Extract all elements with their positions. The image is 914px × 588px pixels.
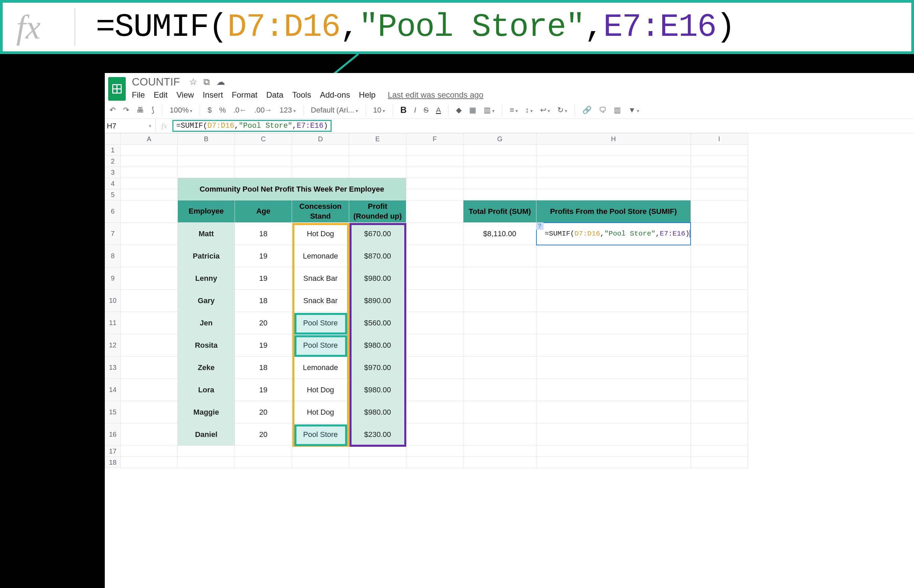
row-header[interactable]: 6: [105, 200, 121, 223]
cell[interactable]: Hot Dog: [292, 223, 349, 245]
cell[interactable]: Matt: [178, 223, 235, 245]
spreadsheet-grid[interactable]: A B C D E F G H I 1 2 3 4 Community Pool…: [105, 133, 748, 468]
row-header[interactable]: 13: [105, 357, 121, 379]
menu-tools[interactable]: Tools: [292, 90, 311, 100]
row-header[interactable]: 9: [105, 267, 121, 289]
cell[interactable]: Zeke: [178, 357, 235, 379]
cell[interactable]: Lemonade: [292, 357, 349, 379]
undo-button[interactable]: ↶: [108, 105, 117, 115]
print-button[interactable]: 🖶: [135, 105, 146, 115]
zoom-dropdown[interactable]: 100%: [168, 105, 194, 115]
strike-button[interactable]: S: [422, 105, 430, 115]
row-header[interactable]: 18: [105, 457, 121, 468]
wrap-button[interactable]: ↩: [539, 105, 551, 115]
row-header[interactable]: 15: [105, 401, 121, 423]
borders-button[interactable]: ▦: [468, 105, 477, 115]
col-header-I[interactable]: I: [691, 134, 748, 145]
currency-button[interactable]: $: [206, 105, 213, 115]
halign-button[interactable]: ≡: [508, 105, 519, 115]
cell[interactable]: 19: [235, 267, 292, 289]
cell[interactable]: $980.00: [349, 334, 406, 357]
sheet-area[interactable]: A B C D E F G H I 1 2 3 4 Community Pool…: [105, 133, 914, 588]
formula-help-icon[interactable]: ?: [536, 222, 544, 230]
cell[interactable]: 19: [235, 245, 292, 267]
cloud-icon[interactable]: ☁: [216, 77, 225, 87]
move-icon[interactable]: ⧉: [204, 77, 210, 87]
col-header-E[interactable]: E: [349, 134, 406, 145]
font-size-dropdown[interactable]: 10: [372, 105, 387, 115]
menu-data[interactable]: Data: [266, 90, 284, 100]
col-header-H[interactable]: H: [536, 134, 691, 145]
cell[interactable]: $230.00: [349, 423, 406, 446]
sumif-header[interactable]: Profits From the Pool Store (SUMIF): [536, 200, 691, 223]
row-header[interactable]: 1: [105, 145, 121, 156]
cell[interactable]: Snack Bar: [292, 289, 349, 312]
cell[interactable]: Pool Store: [292, 312, 349, 334]
cell[interactable]: Hot Dog: [292, 401, 349, 423]
formula-input[interactable]: =SUMIF(D7:D16,"Pool Store",E7:E16): [172, 120, 332, 132]
row-header[interactable]: 5: [105, 189, 121, 200]
table-header-profit[interactable]: Profit (Rounded up): [349, 200, 406, 223]
text-color-button[interactable]: A: [435, 105, 442, 115]
percent-button[interactable]: %: [218, 105, 227, 115]
paint-format-button[interactable]: ⟆: [150, 105, 156, 115]
row-header[interactable]: 16: [105, 423, 121, 446]
sum-header[interactable]: Total Profit (SUM): [463, 200, 536, 223]
valign-button[interactable]: ↕: [524, 105, 534, 115]
row-header[interactable]: 8: [105, 245, 121, 267]
cell[interactable]: Gary: [178, 289, 235, 312]
number-format-dropdown[interactable]: 123: [278, 105, 297, 115]
menu-addons[interactable]: Add-ons: [320, 90, 350, 100]
link-button[interactable]: 🔗: [581, 105, 593, 115]
row-header[interactable]: 2: [105, 156, 121, 167]
cell[interactable]: 19: [235, 334, 292, 357]
col-header-F[interactable]: F: [406, 134, 463, 145]
increase-decimal-button[interactable]: .00→: [253, 105, 273, 115]
select-all-corner[interactable]: [105, 134, 121, 145]
cell[interactable]: $980.00: [349, 379, 406, 401]
chart-button[interactable]: ▥: [613, 105, 622, 115]
cell[interactable]: 20: [235, 423, 292, 446]
last-edit-link[interactable]: Last edit was seconds ago: [388, 90, 484, 100]
menu-help[interactable]: Help: [359, 90, 375, 100]
col-header-B[interactable]: B: [178, 134, 235, 145]
row-header[interactable]: 4: [105, 178, 121, 189]
row-header[interactable]: 12: [105, 334, 121, 357]
col-header-A[interactable]: A: [121, 134, 178, 145]
table-header-age[interactable]: Age: [235, 200, 292, 223]
filter-button[interactable]: ▼: [627, 105, 641, 115]
sheets-icon[interactable]: [108, 77, 126, 101]
cell[interactable]: 19: [235, 379, 292, 401]
cell[interactable]: Patricia: [178, 245, 235, 267]
cell[interactable]: Lora: [178, 379, 235, 401]
cell[interactable]: Rosita: [178, 334, 235, 357]
cell[interactable]: $970.00: [349, 357, 406, 379]
row-header[interactable]: 3: [105, 167, 121, 178]
cell[interactable]: 20: [235, 401, 292, 423]
cell[interactable]: $560.00: [349, 312, 406, 334]
menu-edit[interactable]: Edit: [154, 90, 168, 100]
col-header-C[interactable]: C: [235, 134, 292, 145]
cell[interactable]: $870.00: [349, 245, 406, 267]
cell[interactable]: 20: [235, 312, 292, 334]
cell[interactable]: $890.00: [349, 289, 406, 312]
cell[interactable]: Lemonade: [292, 245, 349, 267]
cell[interactable]: $980.00: [349, 401, 406, 423]
cell[interactable]: Jen: [178, 312, 235, 334]
table-header-concession[interactable]: Concession Stand: [292, 200, 349, 223]
decrease-decimal-button[interactable]: .0←: [232, 105, 248, 115]
name-box[interactable]: H7 ▼: [105, 122, 155, 131]
redo-button[interactable]: ↷: [122, 105, 131, 115]
cell[interactable]: $670.00: [349, 223, 406, 245]
row-header[interactable]: 10: [105, 289, 121, 312]
col-header-G[interactable]: G: [463, 134, 536, 145]
menu-insert[interactable]: Insert: [203, 90, 223, 100]
row-header[interactable]: 7: [105, 223, 121, 245]
active-cell-editor[interactable]: ? =SUMIF(D7:D16,"Pool Store",E7:E16): [536, 223, 691, 245]
font-dropdown[interactable]: Default (Ari...: [310, 105, 359, 115]
merge-button[interactable]: ▥: [482, 105, 496, 115]
cell[interactable]: Hot Dog: [292, 379, 349, 401]
sum-value[interactable]: $8,110.00: [463, 223, 536, 245]
cell[interactable]: Maggie: [178, 401, 235, 423]
cell[interactable]: Lenny: [178, 267, 235, 289]
